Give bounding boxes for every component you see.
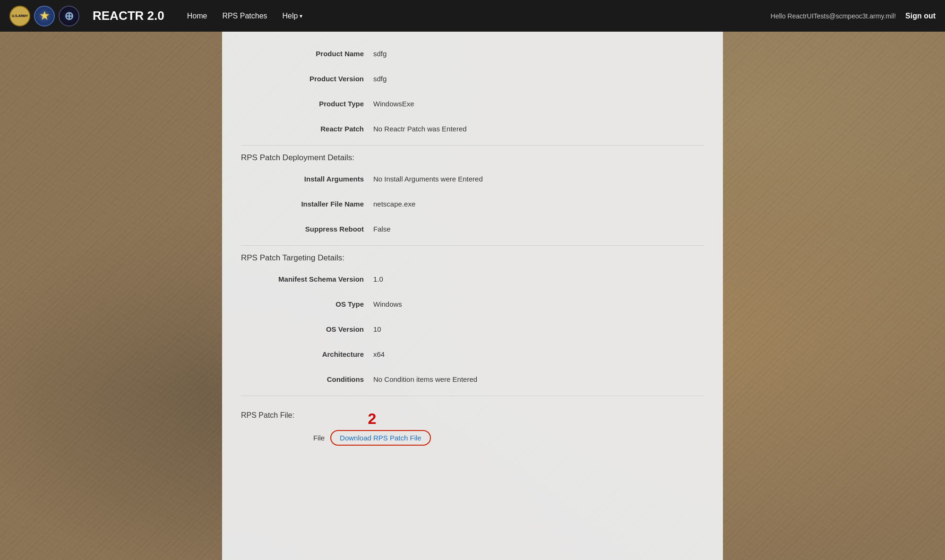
product-type-row: Product Type WindowsExe	[241, 91, 704, 116]
deployment-section: RPS Patch Deployment Details: Install Ar…	[241, 153, 704, 241]
nav-help[interactable]: Help ▾	[283, 12, 303, 20]
divider-1	[241, 145, 704, 146]
os-version-row: OS Version 10	[241, 317, 704, 342]
suppress-reboot-value: False	[373, 225, 391, 233]
suppress-reboot-row: Suppress Reboot False	[241, 216, 704, 241]
product-details-section: Product Name sdfg Product Version sdfg P…	[241, 41, 704, 141]
main-content: Product Name sdfg Product Version sdfg P…	[0, 32, 945, 560]
reactr-patch-row: Reactr Patch No Reactr Patch was Entered	[241, 116, 704, 141]
conditions-row: Conditions No Condition items were Enter…	[241, 367, 704, 392]
navbar: U.S.ARMY REACTR 2.0 Home RPS Patches Hel…	[0, 0, 945, 32]
content-panel: Product Name sdfg Product Version sdfg P…	[222, 32, 723, 560]
conditions-label: Conditions	[241, 375, 373, 383]
conditions-value: No Condition items were Entered	[373, 375, 477, 383]
install-arguments-value: No Install Arguments were Entered	[373, 175, 483, 183]
os-version-label: OS Version	[241, 325, 373, 333]
os-type-label: OS Type	[241, 300, 373, 308]
product-name-row: Product Name sdfg	[241, 41, 704, 66]
patch-file-right: 2 File Download RPS Patch File	[313, 411, 431, 446]
badge-number: 2	[368, 411, 376, 426]
file-label: File	[313, 434, 325, 442]
targeting-section-title: RPS Patch Targeting Details:	[241, 253, 704, 263]
install-arguments-label: Install Arguments	[241, 175, 373, 183]
app-brand: REACTR 2.0	[93, 9, 164, 23]
nav-rps-patches[interactable]: RPS Patches	[222, 12, 267, 20]
reactr-patch-label: Reactr Patch	[241, 125, 373, 133]
emblem-logo	[59, 6, 79, 26]
os-type-value: Windows	[373, 300, 402, 308]
product-name-label: Product Name	[241, 50, 373, 58]
deployment-section-title: RPS Patch Deployment Details:	[241, 153, 704, 163]
manifest-schema-value: 1.0	[373, 275, 383, 283]
army-logo: U.S.ARMY	[9, 6, 30, 26]
navbar-logos: U.S.ARMY	[9, 6, 79, 26]
patch-file-section: RPS Patch File: 2 File Download RPS Patc…	[241, 404, 704, 446]
divider-3	[241, 396, 704, 396]
os-type-row: OS Type Windows	[241, 292, 704, 317]
divider-2	[241, 245, 704, 246]
manifest-schema-label: Manifest Schema Version	[241, 275, 373, 283]
install-arguments-row: Install Arguments No Install Arguments w…	[241, 166, 704, 191]
chevron-down-icon: ▾	[300, 13, 302, 19]
download-rps-patch-link[interactable]: Download RPS Patch File	[330, 430, 431, 446]
navbar-right: Hello ReactrUITests@scmpeoc3t.army.mil! …	[771, 12, 936, 20]
user-email: Hello ReactrUITests@scmpeoc3t.army.mil!	[771, 12, 896, 20]
manifest-schema-row: Manifest Schema Version 1.0	[241, 267, 704, 292]
installer-file-value: netscape.exe	[373, 200, 415, 208]
sign-out-button[interactable]: Sign out	[905, 12, 936, 20]
star-logo	[34, 6, 55, 26]
installer-file-row: Installer File Name netscape.exe	[241, 191, 704, 216]
patch-file-label: RPS Patch File:	[241, 411, 313, 420]
product-name-value: sdfg	[373, 50, 387, 58]
architecture-value: x64	[373, 350, 385, 358]
installer-file-label: Installer File Name	[241, 200, 373, 208]
product-type-value: WindowsExe	[373, 100, 414, 108]
targeting-section: RPS Patch Targeting Details: Manifest Sc…	[241, 253, 704, 392]
file-download-row: File Download RPS Patch File	[313, 430, 431, 446]
product-version-row: Product Version sdfg	[241, 66, 704, 91]
product-version-value: sdfg	[373, 75, 387, 83]
navbar-nav: Home RPS Patches Help ▾	[187, 12, 763, 20]
architecture-label: Architecture	[241, 350, 373, 358]
reactr-patch-value: No Reactr Patch was Entered	[373, 125, 467, 133]
architecture-row: Architecture x64	[241, 342, 704, 367]
os-version-value: 10	[373, 325, 381, 333]
product-type-label: Product Type	[241, 100, 373, 108]
suppress-reboot-label: Suppress Reboot	[241, 225, 373, 233]
product-version-label: Product Version	[241, 75, 373, 83]
nav-home[interactable]: Home	[187, 12, 207, 20]
